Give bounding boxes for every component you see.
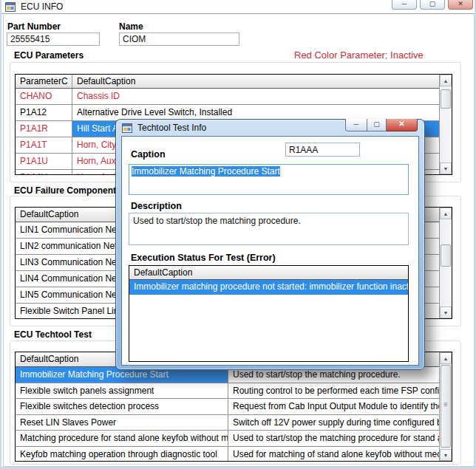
dialog-titlebar[interactable]: Techtool Test Info ─ ▢ ✕ <box>116 120 424 136</box>
caption-textarea[interactable]: Immobilizer Matching Procedure Start <box>129 164 409 195</box>
dialog-maximize-button[interactable]: ▢ <box>367 119 387 131</box>
name-label: Name <box>119 21 143 32</box>
ecu-parameters-label: ECU Parameters <box>14 50 84 61</box>
window-controls: ─ ▢ ✕ <box>392 0 473 10</box>
status-row-selected[interactable]: Immobilizer matching procedure not start… <box>129 280 408 295</box>
scroll-thumb[interactable] <box>441 365 451 448</box>
failure-scrollbar[interactable]: ▲ ▼ <box>439 208 452 318</box>
dialog-window-controls: ─ ▢ ✕ <box>345 119 418 131</box>
close-button[interactable]: ✕ <box>448 0 473 10</box>
parameters-scrollbar[interactable]: ▲ ▼ <box>439 75 452 174</box>
minimize-button[interactable]: ─ <box>392 0 417 10</box>
scroll-up-icon[interactable]: ▲ <box>440 208 452 219</box>
caption-code-input[interactable] <box>285 143 360 157</box>
description-textarea[interactable]: Used to start/stop the matching procedur… <box>129 213 409 245</box>
winforms-dialog-icon <box>122 123 132 133</box>
parameters-col-caption-header[interactable]: DefaultCaption <box>72 75 439 88</box>
part-number-input[interactable] <box>7 32 100 46</box>
dialog-client-area: Caption Immobilizer Matching Procedure S… <box>121 136 419 366</box>
dialog-title: Techtool Test Info <box>137 123 206 133</box>
scroll-thumb[interactable] <box>441 244 451 267</box>
scroll-up-icon[interactable]: ▲ <box>440 75 452 86</box>
ecu-failure-label: ECU Failure Component <box>14 185 116 196</box>
status-col-caption-header[interactable]: DefaultCaption <box>129 266 408 279</box>
scroll-up-icon[interactable]: ▲ <box>440 352 452 364</box>
ecu-info-window: ECU INFO ─ ▢ ✕ Part Number Name ECU Para… <box>0 0 476 469</box>
window-title: ECU INFO <box>21 1 63 12</box>
parameters-col-code-header[interactable]: ParameterC <box>16 75 72 88</box>
techtool-test-info-dialog: Techtool Test Info ─ ▢ ✕ Caption Immobil… <box>115 119 425 370</box>
dialog-close-button[interactable]: ✕ <box>387 119 418 131</box>
caption-label: Caption <box>131 149 166 160</box>
scroll-down-icon[interactable]: ▼ <box>440 162 452 174</box>
techtool-row[interactable]: Reset LIN Slaves Power Switch off 12V po… <box>16 415 439 431</box>
parameter-row[interactable]: CHANO Chassis ID <box>16 89 439 105</box>
scroll-thumb[interactable] <box>441 89 451 109</box>
winforms-app-icon <box>5 2 16 12</box>
ecu-techtool-label: ECU Techtool Test <box>14 329 92 340</box>
part-number-label: Part Number <box>7 21 61 32</box>
red-parameter-note: Red Color Parameter; Inactive <box>294 49 424 61</box>
maximize-button[interactable]: ▢ <box>420 0 445 10</box>
techtool-row[interactable]: Flexible switch panels assignment Routin… <box>16 383 439 400</box>
selected-caption-text: Immobilizer Matching Procedure Start <box>132 166 280 177</box>
execution-status-label: Execution Status For Test (Error) <box>131 253 276 263</box>
techtool-row[interactable]: Keyfob matching operation through diagno… <box>16 447 439 462</box>
techtool-row[interactable]: Flexible switches detection process Requ… <box>16 399 439 415</box>
name-input[interactable] <box>119 32 239 46</box>
description-label: Description <box>131 201 182 211</box>
techtool-row[interactable]: Matching procedure for stand alone keyfo… <box>16 431 439 447</box>
scroll-down-icon[interactable]: ▼ <box>440 307 452 318</box>
dialog-minimize-button[interactable]: ─ <box>345 119 367 131</box>
main-titlebar: ECU INFO ─ ▢ ✕ <box>1 0 475 14</box>
techtool-scrollbar[interactable]: ▲ ▼ <box>439 352 452 461</box>
execution-status-grid: DefaultCaption Immobilizer matching proc… <box>129 265 409 362</box>
scroll-down-icon[interactable]: ▼ <box>440 449 452 461</box>
